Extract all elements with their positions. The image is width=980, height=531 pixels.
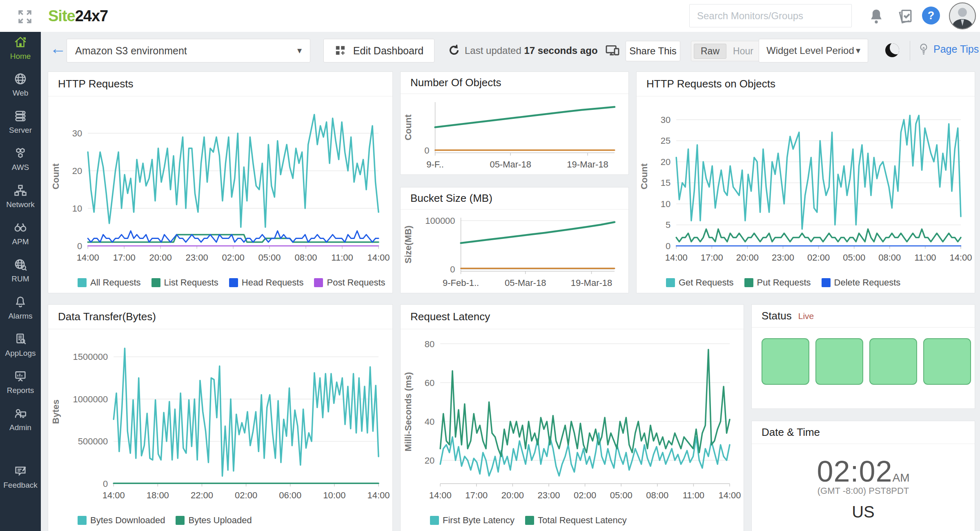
svg-text:14:00: 14:00 [665,252,688,263]
sidebar-item-apm[interactable]: APM [0,221,41,246]
svg-text:14:00: 14:00 [77,252,99,263]
sidebar: Home Web Server AWS Network APM RUM Ala [0,32,41,531]
svg-text:60: 60 [425,378,434,388]
legend: All RequestsList RequestsHead RequestsPo… [48,271,392,294]
sidebar-item-web[interactable]: Web [0,72,41,98]
refresh-icon[interactable] [447,43,461,59]
site24x7-logo[interactable]: Site24x7 [48,7,108,25]
legend-item[interactable]: Get Requests [666,277,734,288]
dashboard-name: Amazon S3 environment [75,45,187,57]
sidebar-item-server[interactable]: Server [0,109,41,135]
chevron-down-icon: ▾ [856,45,860,56]
number-of-objects-chart[interactable]: 09-F..05-Mar-1819-Mar-18Count [401,94,628,174]
sidebar-item-admin[interactable]: Admin [0,406,41,432]
last-updated-value: 17 seconds ago [524,45,597,56]
sidebar-item-alarms[interactable]: Alarms [0,295,41,321]
svg-text:0: 0 [424,145,429,156]
sidebar-item-applogs[interactable]: AppLogs [0,332,41,358]
svg-text:20:00: 20:00 [501,490,524,500]
avatar[interactable] [949,2,976,29]
widget-status: Status Live [751,304,975,409]
svg-text:40: 40 [425,417,434,427]
widget-title: Bucket Size (MB) [410,192,492,205]
http-requests-on-objects-chart[interactable]: 05101520253014:0017:0020:0023:0002:0005:… [637,96,975,270]
data-transfer-chart[interactable]: 05000001000000150000014:0018:0022:0002:0… [48,329,392,507]
tasks-icon[interactable] [897,7,915,27]
top-bar: Site24x7 ? [0,0,980,32]
legend-label: Bytes Uploaded [188,515,252,526]
sidebar-item-rum[interactable]: RUM [0,258,41,283]
svg-text:17:00: 17:00 [113,252,136,263]
svg-text:0: 0 [103,479,108,489]
page-tips-button[interactable]: Page Tips [918,42,979,56]
svg-text:14:00: 14:00 [367,252,390,263]
sidebar-item-aws[interactable]: AWS [0,146,41,172]
svg-text:1500000: 1500000 [73,352,108,362]
server-icon [13,109,28,123]
sidebar-item-feedback[interactable]: Feedback [0,464,41,490]
svg-text:19-Mar-18: 19-Mar-18 [571,278,612,288]
legend-item[interactable]: First Byte Latency [430,515,514,526]
devices-icon[interactable] [604,42,621,60]
raw-hour-toggle: Raw Hour [691,41,763,61]
svg-text:20: 20 [425,455,434,466]
svg-text:14:00: 14:00 [429,490,452,500]
search-input[interactable] [689,4,852,27]
sidebar-item-network[interactable]: Network [0,183,41,209]
svg-text:80: 80 [425,339,434,349]
svg-text:02:00: 02:00 [235,490,257,500]
legend-item[interactable]: All Requests [78,277,141,288]
widget-request-latency: Request Latency 2040608014:0017:0020:002… [400,304,744,531]
svg-text:14:00: 14:00 [949,252,972,263]
grid-icon [334,45,347,57]
legend-swatch [666,278,675,287]
svg-text:0: 0 [450,264,455,274]
svg-text:22:00: 22:00 [191,490,213,500]
raw-toggle[interactable]: Raw [694,44,726,59]
legend-item[interactable]: Total Request Latency [525,515,627,526]
hour-toggle[interactable]: Hour [726,44,760,58]
bucket-size-chart[interactable]: 01000009-Feb-1..05-Mar-1819-Mar-18Size(M… [401,210,628,292]
expand-icon[interactable] [16,8,33,27]
svg-text:14:00: 14:00 [102,490,125,500]
status-box[interactable] [762,338,809,385]
widget-level-period-select[interactable]: Widget Level Period ▾ [759,39,868,62]
clock-timezone: (GMT -8:00) PST8PDT [752,486,975,496]
svg-text:20:00: 20:00 [736,252,759,263]
request-latency-chart[interactable]: 2040608014:0017:0020:0023:0002:0005:0008… [401,329,744,507]
sidebar-item-home[interactable]: Home [0,35,41,61]
toolbar-divider [910,41,910,60]
legend-item[interactable]: Delete Requests [822,277,901,288]
dashboard-page: Site24x7 ? Home Web Server [0,0,980,531]
back-arrow-icon[interactable]: ← [50,39,66,58]
legend-label: Delete Requests [834,277,901,288]
legend-swatch [822,278,831,287]
legend-item[interactable]: Bytes Uploaded [176,515,252,526]
http-requests-chart[interactable]: 010203014:0017:0020:0023:0002:0005:0008:… [48,96,392,270]
share-this-button[interactable]: Share This [626,41,680,61]
sidebar-item-reports[interactable]: Reports [0,369,41,395]
status-box[interactable] [815,338,863,385]
status-box[interactable] [869,338,917,385]
widget-title: HTTP Requests on Objects [646,78,775,90]
dashboard-selector[interactable]: Amazon S3 environment ▾ [67,39,310,62]
legend-item[interactable]: List Requests [151,277,218,288]
globe-icon [13,72,28,86]
svg-text:11:00: 11:00 [914,252,936,263]
svg-text:11:00: 11:00 [331,252,353,263]
bell-icon[interactable] [867,7,885,27]
edit-dashboard-button[interactable]: Edit Dashboard [323,39,434,62]
widget-title: Status [762,310,792,322]
live-badge: Live [798,311,814,321]
legend-item[interactable]: Head Requests [229,277,304,288]
legend-item[interactable]: Put Requests [744,277,811,288]
svg-text:30: 30 [661,115,670,125]
status-boxes [752,328,975,385]
status-box[interactable] [923,338,971,385]
help-icon[interactable]: ? [922,7,940,25]
legend-item[interactable]: Post Requests [314,277,385,288]
legend-swatch [151,278,160,287]
legend-item[interactable]: Bytes Downloaded [78,515,165,526]
dark-mode-moon-icon[interactable] [885,43,899,57]
svg-text:500000: 500000 [78,436,108,446]
